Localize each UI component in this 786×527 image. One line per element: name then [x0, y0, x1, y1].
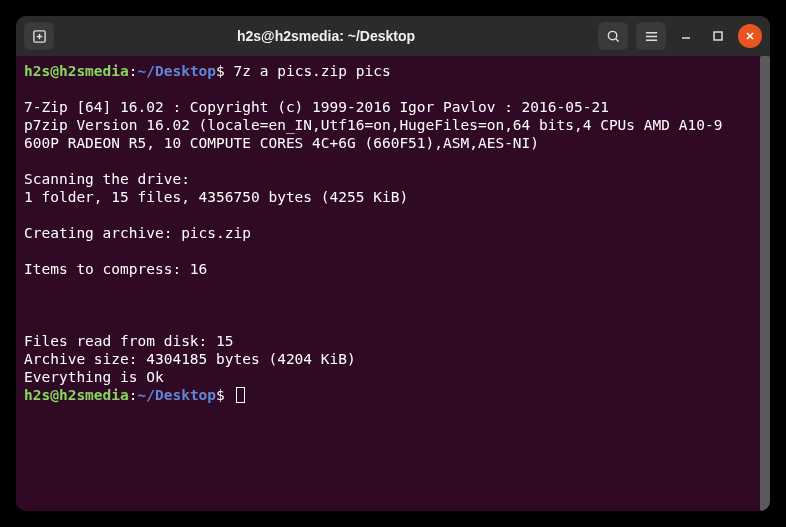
svg-point-1 [608, 31, 616, 39]
prompt-path-2: ~/Desktop [138, 387, 217, 403]
prompt-path: ~/Desktop [138, 63, 217, 79]
output-scanning-header: Scanning the drive: [24, 171, 190, 187]
prompt-user-host: h2s@h2smedia [24, 63, 129, 79]
terminal-body[interactable]: h2s@h2smedia:~/Desktop$ 7z a pics.zip pi… [16, 56, 760, 511]
terminal-window: h2s@h2smedia: ~/Desktop [16, 16, 770, 511]
output-items-compress: Items to compress: 16 [24, 261, 207, 277]
new-tab-button[interactable] [24, 22, 54, 50]
maximize-icon [712, 30, 724, 42]
blank-line [24, 242, 752, 260]
prompt-dollar-2: $ [216, 387, 225, 403]
prompt-dollar: $ [216, 63, 225, 79]
window-title: h2s@h2smedia: ~/Desktop [58, 28, 594, 44]
hamburger-icon [644, 29, 659, 44]
output-creating-archive: Creating archive: pics.zip [24, 225, 251, 241]
search-icon [606, 29, 621, 44]
minimize-icon [680, 30, 692, 42]
prompt-colon: : [129, 63, 138, 79]
titlebar: h2s@h2smedia: ~/Desktop [16, 16, 770, 56]
blank-line [24, 278, 752, 296]
blank-line [24, 152, 752, 170]
new-tab-icon [32, 29, 47, 44]
prompt-user-host-2: h2s@h2smedia [24, 387, 129, 403]
blank-line [24, 206, 752, 224]
close-button[interactable] [738, 24, 762, 48]
prompt-colon-2: : [129, 387, 138, 403]
output-p7zip-line2: 600P RADEON R5, 10 COMPUTE CORES 4C+6G (… [24, 135, 539, 151]
cursor [236, 387, 245, 403]
close-icon [744, 30, 756, 42]
output-files-read: Files read from disk: 15 [24, 333, 234, 349]
blank-line [24, 314, 752, 332]
scrollbar-thumb[interactable] [760, 56, 770, 511]
command-text: 7z a pics.zip pics [234, 63, 391, 79]
output-scanning-result: 1 folder, 15 files, 4356750 bytes (4255 … [24, 189, 408, 205]
output-archive-size: Archive size: 4304185 bytes (4204 KiB) [24, 351, 356, 367]
scrollbar[interactable] [760, 56, 770, 511]
output-7zip-version: 7-Zip [64] 16.02 : Copyright (c) 1999-20… [24, 99, 609, 115]
output-p7zip-line1: p7zip Version 16.02 (locale=en_IN,Utf16=… [24, 117, 722, 133]
output-everything-ok: Everything is Ok [24, 369, 164, 385]
search-button[interactable] [598, 22, 628, 50]
blank-line [24, 80, 752, 98]
svg-rect-2 [714, 32, 722, 40]
minimize-button[interactable] [674, 24, 698, 48]
menu-button[interactable] [636, 22, 666, 50]
maximize-button[interactable] [706, 24, 730, 48]
